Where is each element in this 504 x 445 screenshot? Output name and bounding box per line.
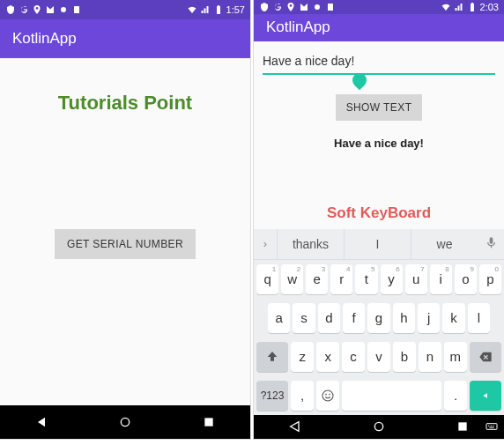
status-time: 2:03 [480,2,499,12]
content-area: SHOW TEXT Have a nice day! Soft KeyBoard… [254,41,504,415]
key-b[interactable]: b [393,342,416,372]
nav-recent-icon[interactable] [202,415,216,429]
key-k[interactable]: k [442,303,464,333]
key-space[interactable] [342,381,441,411]
suggestion-item[interactable]: I [344,229,411,259]
nav-recent-icon[interactable] [456,419,470,434]
nav-back-icon[interactable] [34,415,48,429]
key-backspace[interactable] [470,342,501,372]
signal-icon [200,4,211,15]
key-o[interactable]: o9 [455,264,477,294]
svg-rect-3 [204,418,212,426]
suggestion-row: › thanks I we [254,229,504,260]
app-bar: KotlinApp [254,14,504,41]
output-text: Have a nice day! [334,137,424,150]
signal-icon [454,2,464,12]
svg-rect-11 [458,423,466,431]
svg-rect-12 [486,424,497,430]
get-serial-number-button[interactable]: GET SERIAL NUMBER [55,229,196,259]
svg-rect-14 [491,426,492,426]
suggestion-item[interactable]: thanks [277,229,344,259]
key-shift[interactable] [256,342,288,372]
key-t[interactable]: t5 [355,264,377,294]
phone-right: 2:03 KotlinApp SHOW TEXT Have a nice day… [254,0,504,439]
enter-icon [478,389,493,403]
key-p[interactable]: p0 [479,264,501,294]
key-emoji[interactable] [316,381,339,411]
svg-point-6 [322,390,333,401]
backspace-icon [478,350,493,364]
wifi-icon [441,2,451,12]
key-row-2: a s d f g h j k l [254,299,504,337]
suggestion-item[interactable]: we [411,229,478,259]
key-n[interactable]: n [419,342,441,372]
battery-icon [467,2,478,12]
key-z[interactable]: z [291,342,314,372]
key-f[interactable]: f [343,303,365,333]
key-v[interactable]: v [367,342,390,372]
nav-home-icon[interactable] [372,419,386,434]
svg-rect-1 [74,6,79,13]
key-a[interactable]: a [268,303,290,333]
navigation-bar [254,415,504,439]
mic-icon[interactable] [478,236,504,252]
key-enter[interactable] [470,381,501,411]
circle-icon [312,2,322,12]
status-time: 1:57 [226,4,245,15]
shield-icon [259,2,270,12]
card-icon [325,2,336,12]
page-heading: Tutorials Point [58,92,192,115]
shield-icon [5,4,16,15]
key-d[interactable]: d [318,303,340,333]
status-bar: 2:03 [254,0,504,14]
nav-keyboard-icon[interactable] [485,419,499,434]
key-row-4: ?123 , . [254,376,504,415]
svg-rect-16 [489,427,493,428]
emoji-icon [321,389,335,403]
key-h[interactable]: h [393,303,415,333]
key-q[interactable]: q1 [256,264,278,294]
mail-icon [299,2,309,12]
app-title: KotlinApp [266,19,330,36]
svg-point-7 [325,394,327,396]
svg-point-2 [121,418,129,426]
key-r[interactable]: r4 [330,264,352,294]
shift-icon [265,350,279,364]
key-e[interactable]: e3 [306,264,328,294]
key-row-1: q1 w2 e3 r4 t5 y6 u7 i8 o9 p0 [254,260,504,299]
key-x[interactable]: x [316,342,339,372]
nav-home-icon[interactable] [118,415,132,429]
soft-keyboard-label: Soft KeyBoard [327,204,431,222]
key-w[interactable]: w2 [281,264,303,294]
key-c[interactable]: c [342,342,365,372]
key-j[interactable]: j [418,303,440,333]
suggestion-expand-icon[interactable]: › [254,237,277,250]
key-y[interactable]: y6 [381,264,403,294]
svg-rect-5 [328,4,333,11]
wifi-icon [187,4,197,15]
key-g[interactable]: g [367,303,389,333]
svg-rect-13 [488,426,489,426]
show-text-button[interactable]: SHOW TEXT [336,94,423,121]
key-comma[interactable]: , [291,381,314,411]
key-i[interactable]: i8 [430,264,452,294]
key-s[interactable]: s [293,303,315,333]
circle-icon [58,4,69,15]
key-symbols[interactable]: ?123 [256,381,288,411]
svg-point-8 [329,394,330,396]
google-icon [19,4,29,15]
svg-point-4 [315,4,320,10]
key-u[interactable]: u7 [405,264,427,294]
key-period[interactable]: . [444,381,467,411]
card-icon [71,4,82,15]
status-bar: 1:57 [0,0,250,19]
location-icon [32,4,42,15]
key-m[interactable]: m [444,342,467,372]
svg-point-0 [61,7,66,12]
key-row-3: z x c v b n m [254,337,504,376]
key-l[interactable]: l [468,303,490,333]
text-input[interactable] [263,50,495,75]
svg-point-10 [374,423,382,431]
nav-back-icon[interactable] [288,419,302,434]
app-bar: KotlinApp [0,19,250,58]
